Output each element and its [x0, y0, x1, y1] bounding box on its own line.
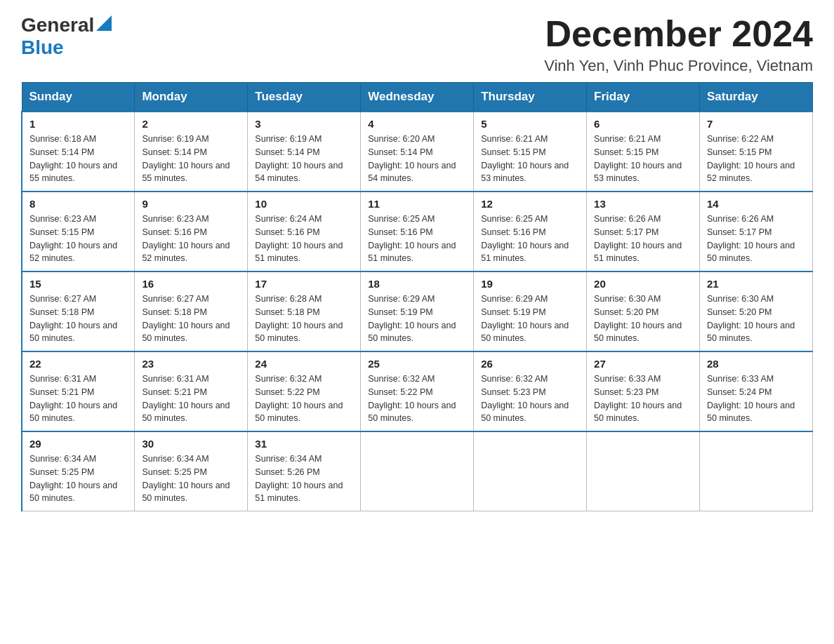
day-info: Sunrise: 6:30 AMSunset: 5:20 PMDaylight:…	[594, 293, 692, 345]
calendar-cell: 6Sunrise: 6:21 AMSunset: 5:15 PMDaylight…	[587, 112, 700, 192]
calendar-cell: 15Sunrise: 6:27 AMSunset: 5:18 PMDayligh…	[22, 271, 135, 351]
day-info: Sunrise: 6:32 AMSunset: 5:22 PMDaylight:…	[255, 373, 353, 425]
day-number: 19	[481, 278, 579, 290]
day-number: 18	[368, 278, 466, 290]
day-number: 16	[142, 278, 240, 290]
calendar-week-row: 22Sunrise: 6:31 AMSunset: 5:21 PMDayligh…	[22, 351, 813, 431]
day-number: 7	[707, 118, 805, 130]
day-number: 28	[707, 358, 805, 370]
day-number: 23	[142, 358, 240, 370]
day-info: Sunrise: 6:32 AMSunset: 5:23 PMDaylight:…	[481, 373, 579, 425]
day-info: Sunrise: 6:28 AMSunset: 5:18 PMDaylight:…	[255, 293, 353, 345]
day-number: 27	[594, 358, 692, 370]
logo-general-text: General	[21, 14, 94, 36]
day-info: Sunrise: 6:18 AMSunset: 5:14 PMDaylight:…	[29, 133, 127, 185]
calendar-cell: 11Sunrise: 6:25 AMSunset: 5:16 PMDayligh…	[361, 192, 474, 271]
calendar-cell: 1Sunrise: 6:18 AMSunset: 5:14 PMDaylight…	[22, 112, 135, 192]
month-title: December 2024	[544, 14, 813, 54]
day-number: 29	[29, 438, 127, 450]
calendar-week-row: 8Sunrise: 6:23 AMSunset: 5:15 PMDaylight…	[22, 192, 813, 271]
day-info: Sunrise: 6:27 AMSunset: 5:18 PMDaylight:…	[142, 293, 240, 345]
logo: General Blue	[21, 14, 112, 59]
day-number: 30	[142, 438, 240, 450]
logo-arrow-icon	[96, 15, 112, 31]
day-info: Sunrise: 6:29 AMSunset: 5:19 PMDaylight:…	[481, 293, 579, 345]
day-number: 25	[368, 358, 466, 370]
day-info: Sunrise: 6:19 AMSunset: 5:14 PMDaylight:…	[142, 133, 240, 185]
calendar-week-row: 29Sunrise: 6:34 AMSunset: 5:25 PMDayligh…	[22, 431, 813, 511]
calendar-cell: 7Sunrise: 6:22 AMSunset: 5:15 PMDaylight…	[700, 112, 813, 192]
day-number: 20	[594, 278, 692, 290]
day-number: 6	[594, 118, 692, 130]
calendar-cell: 28Sunrise: 6:33 AMSunset: 5:24 PMDayligh…	[700, 351, 813, 431]
calendar-week-row: 15Sunrise: 6:27 AMSunset: 5:18 PMDayligh…	[22, 271, 813, 351]
day-number: 2	[142, 118, 240, 130]
location-title: Vinh Yen, Vinh Phuc Province, Vietnam	[544, 57, 813, 75]
day-info: Sunrise: 6:27 AMSunset: 5:18 PMDaylight:…	[29, 293, 127, 345]
day-number: 10	[255, 198, 353, 210]
day-info: Sunrise: 6:32 AMSunset: 5:22 PMDaylight:…	[368, 373, 466, 425]
calendar-cell: 25Sunrise: 6:32 AMSunset: 5:22 PMDayligh…	[361, 351, 474, 431]
day-info: Sunrise: 6:19 AMSunset: 5:14 PMDaylight:…	[255, 133, 353, 185]
day-info: Sunrise: 6:23 AMSunset: 5:16 PMDaylight:…	[142, 213, 240, 265]
logo-blue-text: Blue	[21, 36, 64, 58]
calendar-header-wednesday: Wednesday	[361, 83, 474, 112]
day-info: Sunrise: 6:29 AMSunset: 5:19 PMDaylight:…	[368, 293, 466, 345]
day-number: 11	[368, 198, 466, 210]
day-info: Sunrise: 6:33 AMSunset: 5:24 PMDaylight:…	[707, 373, 805, 425]
calendar-cell: 12Sunrise: 6:25 AMSunset: 5:16 PMDayligh…	[474, 192, 587, 271]
day-number: 26	[481, 358, 579, 370]
day-info: Sunrise: 6:34 AMSunset: 5:25 PMDaylight:…	[142, 452, 240, 505]
calendar-table: SundayMondayTuesdayWednesdayThursdayFrid…	[21, 82, 813, 511]
calendar-cell: 17Sunrise: 6:28 AMSunset: 5:18 PMDayligh…	[248, 271, 361, 351]
day-info: Sunrise: 6:23 AMSunset: 5:15 PMDaylight:…	[29, 213, 127, 265]
day-number: 8	[29, 198, 127, 210]
day-info: Sunrise: 6:30 AMSunset: 5:20 PMDaylight:…	[707, 293, 805, 345]
day-number: 3	[255, 118, 353, 130]
calendar-cell: 26Sunrise: 6:32 AMSunset: 5:23 PMDayligh…	[474, 351, 587, 431]
day-number: 13	[594, 198, 692, 210]
calendar-cell: 5Sunrise: 6:21 AMSunset: 5:15 PMDaylight…	[474, 112, 587, 192]
calendar-cell: 21Sunrise: 6:30 AMSunset: 5:20 PMDayligh…	[700, 271, 813, 351]
calendar-cell: 23Sunrise: 6:31 AMSunset: 5:21 PMDayligh…	[135, 351, 248, 431]
day-info: Sunrise: 6:26 AMSunset: 5:17 PMDaylight:…	[707, 213, 805, 265]
day-info: Sunrise: 6:34 AMSunset: 5:26 PMDaylight:…	[255, 452, 353, 505]
calendar-cell	[361, 431, 474, 511]
calendar-cell: 8Sunrise: 6:23 AMSunset: 5:15 PMDaylight…	[22, 192, 135, 271]
day-number: 9	[142, 198, 240, 210]
calendar-cell: 2Sunrise: 6:19 AMSunset: 5:14 PMDaylight…	[135, 112, 248, 192]
calendar-week-row: 1Sunrise: 6:18 AMSunset: 5:14 PMDaylight…	[22, 112, 813, 192]
title-area: December 2024 Vinh Yen, Vinh Phuc Provin…	[544, 14, 813, 75]
day-info: Sunrise: 6:24 AMSunset: 5:16 PMDaylight:…	[255, 213, 353, 265]
day-info: Sunrise: 6:21 AMSunset: 5:15 PMDaylight:…	[481, 133, 579, 185]
day-info: Sunrise: 6:20 AMSunset: 5:14 PMDaylight:…	[368, 133, 466, 185]
calendar-cell: 18Sunrise: 6:29 AMSunset: 5:19 PMDayligh…	[361, 271, 474, 351]
day-number: 12	[481, 198, 579, 210]
calendar-cell	[700, 431, 813, 511]
calendar-header-sunday: Sunday	[22, 83, 135, 112]
day-info: Sunrise: 6:34 AMSunset: 5:25 PMDaylight:…	[29, 452, 127, 505]
day-info: Sunrise: 6:22 AMSunset: 5:15 PMDaylight:…	[707, 133, 805, 185]
calendar-cell: 3Sunrise: 6:19 AMSunset: 5:14 PMDaylight…	[248, 112, 361, 192]
page-header: General Blue December 2024 Vinh Yen, Vin…	[21, 14, 813, 75]
calendar-header-tuesday: Tuesday	[248, 83, 361, 112]
calendar-header-thursday: Thursday	[474, 83, 587, 112]
day-info: Sunrise: 6:31 AMSunset: 5:21 PMDaylight:…	[29, 373, 127, 425]
day-number: 21	[707, 278, 805, 290]
calendar-cell: 16Sunrise: 6:27 AMSunset: 5:18 PMDayligh…	[135, 271, 248, 351]
day-number: 1	[29, 118, 127, 130]
calendar-cell: 29Sunrise: 6:34 AMSunset: 5:25 PMDayligh…	[22, 431, 135, 511]
day-number: 5	[481, 118, 579, 130]
day-number: 22	[29, 358, 127, 370]
calendar-cell: 10Sunrise: 6:24 AMSunset: 5:16 PMDayligh…	[248, 192, 361, 271]
calendar-cell: 27Sunrise: 6:33 AMSunset: 5:23 PMDayligh…	[587, 351, 700, 431]
calendar-cell: 9Sunrise: 6:23 AMSunset: 5:16 PMDaylight…	[135, 192, 248, 271]
calendar-cell	[474, 431, 587, 511]
calendar-cell: 22Sunrise: 6:31 AMSunset: 5:21 PMDayligh…	[22, 351, 135, 431]
calendar-cell	[587, 431, 700, 511]
day-number: 14	[707, 198, 805, 210]
day-number: 31	[255, 438, 353, 450]
day-number: 24	[255, 358, 353, 370]
day-info: Sunrise: 6:25 AMSunset: 5:16 PMDaylight:…	[368, 213, 466, 265]
calendar-cell: 19Sunrise: 6:29 AMSunset: 5:19 PMDayligh…	[474, 271, 587, 351]
